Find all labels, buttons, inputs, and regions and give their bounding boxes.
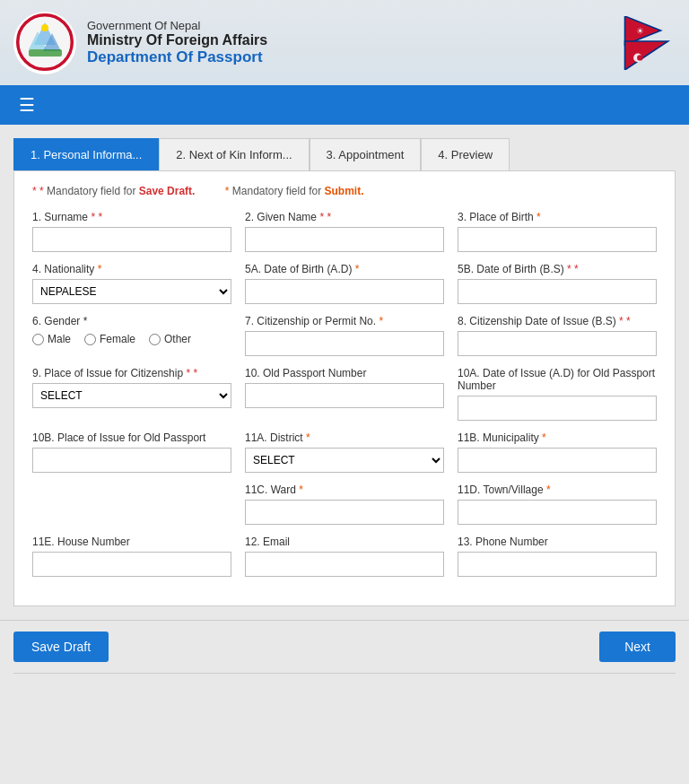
gender-label: 6. Gender * xyxy=(32,315,231,327)
mandatory-note: * * Mandatory field for Save Draft. * Ma… xyxy=(32,185,657,197)
col-dob-ad: 5A. Date of Birth (A.D) * xyxy=(245,263,444,304)
col-given-name: 2. Given Name * * xyxy=(245,211,444,252)
ward-input[interactable] xyxy=(245,500,444,525)
double-star: * * xyxy=(32,185,44,197)
col-ward-spacer xyxy=(32,483,231,525)
next-button[interactable]: Next xyxy=(599,632,676,662)
old-passport-input[interactable] xyxy=(245,383,444,408)
gender-male-radio[interactable] xyxy=(32,334,44,345)
citizenship-no-input[interactable] xyxy=(245,331,444,356)
place-issue-label: 9. Place of Issue for Citizenship * * xyxy=(32,367,231,379)
gender-female-radio[interactable] xyxy=(84,334,96,345)
tab-preview[interactable]: 4. Preview xyxy=(421,138,510,170)
dob-ad-input[interactable] xyxy=(245,279,444,304)
col-phone: 13. Phone Number xyxy=(458,536,657,577)
citizenship-no-label: 7. Citizenship or Permit No. * xyxy=(245,315,444,327)
row-7: 11E. House Number 12. Email 13. Phone Nu… xyxy=(32,536,657,577)
town-label: 11D. Town/Village * xyxy=(458,483,657,496)
dob-ad-label: 5A. Date of Birth (A.D) * xyxy=(245,263,444,275)
row-3: 6. Gender * Male Female xyxy=(32,315,657,356)
flag: ☀ xyxy=(617,16,676,70)
tab-personal[interactable]: 1. Personal Informa... xyxy=(13,138,159,170)
col-citizenship-doi: 8. Citizenship Date of Issue (B.S) * * xyxy=(458,315,657,356)
col-citizenship-no: 7. Citizenship or Permit No. * xyxy=(245,315,444,356)
ward-label: 11C. Ward * xyxy=(245,483,444,496)
district-select[interactable]: SELECT xyxy=(245,448,444,473)
save-draft-button[interactable]: Save Draft xyxy=(13,632,109,662)
tab-kin[interactable]: 2. Next of Kin Inform... xyxy=(159,138,309,170)
house-number-input[interactable] xyxy=(32,552,231,577)
nationality-select[interactable]: NEPALESE xyxy=(32,279,231,304)
phone-label: 13. Phone Number xyxy=(458,536,657,548)
row-5: 10B. Place of Issue for Old Passport 11A… xyxy=(32,431,657,473)
header-left: Government Of Nepal Ministry Of Foreign … xyxy=(13,12,267,74)
form-card: * * Mandatory field for Save Draft. * Ma… xyxy=(13,170,676,606)
page-wrapper: Government Of Nepal Ministry Of Foreign … xyxy=(0,0,689,784)
header-text: Government Of Nepal Ministry Of Foreign … xyxy=(87,19,267,66)
note-text2: Mandatory field for xyxy=(232,185,325,197)
bottom-divider xyxy=(13,673,676,674)
phone-input[interactable] xyxy=(458,552,657,577)
col-place-old-passport: 10B. Place of Issue for Old Passport xyxy=(32,431,231,473)
gov-line: Government Of Nepal xyxy=(87,19,267,32)
tab-appointment[interactable]: 3. Appointment xyxy=(310,138,422,170)
col-municipality: 11B. Municipality * xyxy=(458,431,657,473)
main-content: 1. Personal Informa... 2. Next of Kin In… xyxy=(0,125,689,620)
citizenship-doi-input[interactable] xyxy=(458,331,657,356)
flag-svg: ☀ xyxy=(617,16,676,70)
place-birth-input[interactable] xyxy=(458,227,657,252)
dept-line: Department Of Passport xyxy=(87,48,267,66)
emblem-svg xyxy=(16,13,74,72)
town-input[interactable] xyxy=(458,500,657,525)
row-1: 1. Surname * * 2. Given Name * * 3. Plac… xyxy=(32,211,657,252)
hamburger-menu[interactable]: ☰ xyxy=(13,92,40,118)
save-draft-label: Save Draft. xyxy=(139,185,196,197)
svg-point-11 xyxy=(637,55,642,60)
email-input[interactable] xyxy=(245,552,444,577)
place-birth-label: 3. Place of Birth * xyxy=(458,211,657,223)
house-number-label: 11E. House Number xyxy=(32,536,231,548)
col-place-issue: 9. Place of Issue for Citizenship * * SE… xyxy=(32,367,231,421)
given-name-input[interactable] xyxy=(245,227,444,252)
col-old-passport: 10. Old Passport Number xyxy=(245,367,444,421)
svg-rect-6 xyxy=(29,49,62,57)
svg-point-5 xyxy=(41,24,48,31)
logo-emblem xyxy=(13,12,76,74)
header: Government Of Nepal Ministry Of Foreign … xyxy=(0,0,689,85)
municipality-label: 11B. Municipality * xyxy=(458,431,657,444)
tabs: 1. Personal Informa... 2. Next of Kin In… xyxy=(13,138,676,170)
col-surname: 1. Surname * * xyxy=(32,211,231,252)
gender-male[interactable]: Male xyxy=(32,333,71,345)
gender-radio-group: Male Female Other xyxy=(32,333,231,345)
note-text1: Mandatory field for xyxy=(47,185,139,197)
col-town: 11D. Town/Village * xyxy=(458,483,657,525)
dob-bs-label: 5B. Date of Birth (B.S) * * xyxy=(458,263,657,275)
svg-marker-9 xyxy=(625,41,668,70)
gender-female[interactable]: Female xyxy=(84,333,135,345)
old-passport-label: 10. Old Passport Number xyxy=(245,367,444,379)
doi-old-passport-input[interactable] xyxy=(458,396,657,421)
surname-input[interactable] xyxy=(32,227,231,252)
citizenship-doi-label: 8. Citizenship Date of Issue (B.S) * * xyxy=(458,315,657,327)
district-label: 11A. District * xyxy=(245,431,444,444)
ministry-line: Ministry Of Foreign Affairs xyxy=(87,32,267,48)
svg-text:☀: ☀ xyxy=(636,26,644,36)
surname-label: 1. Surname * * xyxy=(32,211,231,223)
col-doi-old-passport: 10A. Date of Issue (A.D) for Old Passpor… xyxy=(458,367,657,421)
col-dob-bs: 5B. Date of Birth (B.S) * * xyxy=(458,263,657,304)
col-email: 12. Email xyxy=(245,536,444,577)
place-old-passport-input[interactable] xyxy=(32,448,231,473)
place-old-passport-label: 10B. Place of Issue for Old Passport xyxy=(32,431,231,444)
submit-label: Submit. xyxy=(325,185,364,197)
email-label: 12. Email xyxy=(245,536,444,548)
col-place-birth: 3. Place of Birth * xyxy=(458,211,657,252)
doi-old-passport-label: 10A. Date of Issue (A.D) for Old Passpor… xyxy=(458,367,657,392)
gender-other-radio[interactable] xyxy=(149,334,161,345)
place-issue-select[interactable]: SELECT xyxy=(32,383,231,408)
col-ward: 11C. Ward * xyxy=(245,483,444,525)
dob-bs-input[interactable] xyxy=(458,279,657,304)
municipality-input[interactable] xyxy=(458,448,657,473)
gender-other[interactable]: Other xyxy=(149,333,191,345)
col-gender: 6. Gender * Male Female xyxy=(32,315,231,356)
col-house-number: 11E. House Number xyxy=(32,536,231,577)
